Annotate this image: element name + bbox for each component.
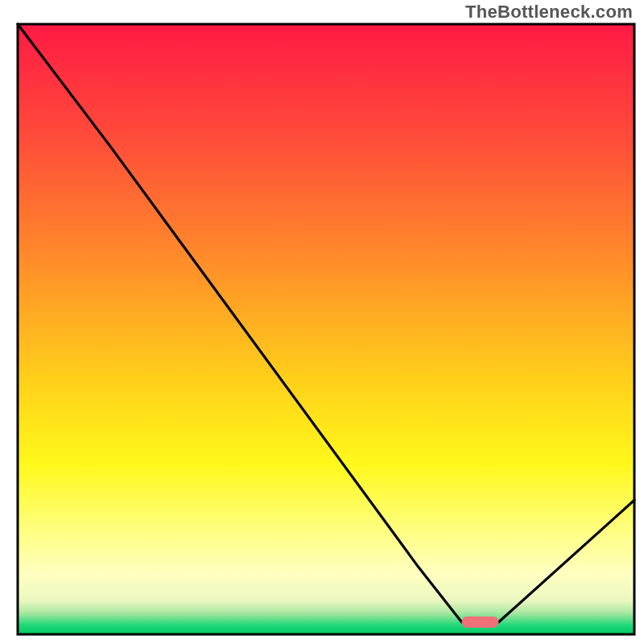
chart-container: { "attribution": "TheBottleneck.com", "c… <box>0 0 644 644</box>
attribution-label: TheBottleneck.com <box>465 2 633 23</box>
optimal-marker <box>462 617 499 628</box>
bottleneck-chart <box>0 0 644 644</box>
plot-background <box>18 24 634 634</box>
